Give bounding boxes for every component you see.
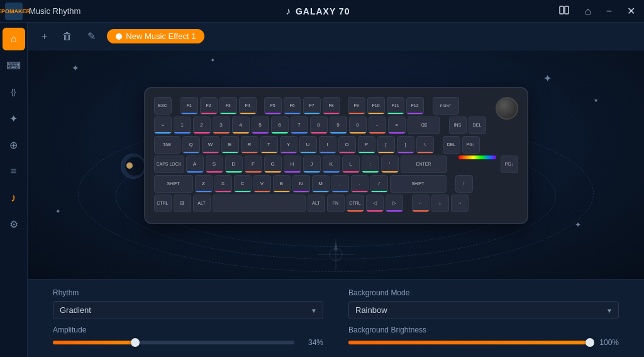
sidebar-item-settings[interactable]: ⚙ (3, 213, 25, 235)
key-3[interactable]: 3 (213, 116, 230, 134)
key-delete2[interactable]: DEL (469, 116, 486, 134)
key-x[interactable]: X (214, 175, 232, 193)
key-m[interactable]: M (312, 175, 330, 193)
key-tab[interactable]: TAB (154, 136, 180, 154)
key-t[interactable]: T (260, 136, 278, 154)
sidebar-item-music[interactable]: ♪ (3, 186, 25, 209)
key-o[interactable]: O (338, 136, 356, 154)
key-c[interactable]: C (234, 175, 252, 193)
key-f4[interactable]: F4 (239, 97, 257, 115)
key-9[interactable]: 9 (330, 116, 347, 134)
key-rbracket[interactable]: ] (397, 136, 414, 154)
key-right[interactable]: → (451, 195, 469, 212)
sidebar-item-keyboard[interactable]: ⌨ (3, 54, 25, 77)
key-y[interactable]: Y (280, 136, 297, 154)
key-lbracket[interactable]: [ (377, 136, 395, 154)
edit-effect-button[interactable]: ✎ (84, 28, 99, 45)
key-w[interactable]: W (202, 136, 219, 154)
key-f5[interactable]: F5 (264, 97, 282, 115)
close-button[interactable]: ✕ (623, 4, 639, 18)
sidebar-item-home[interactable]: ⌂ (3, 28, 25, 50)
key-extra2[interactable]: ▷ (386, 195, 403, 212)
key-f10[interactable]: F10 (367, 97, 385, 115)
effect-pill[interactable]: New Music Effect 1 (107, 29, 204, 43)
key-i[interactable]: I (319, 136, 336, 154)
key-6[interactable]: 6 (271, 116, 289, 134)
key-space[interactable] (213, 195, 306, 212)
key-p[interactable]: P (358, 136, 375, 154)
key-s[interactable]: S (206, 156, 223, 173)
key-period[interactable]: . (351, 175, 369, 193)
key-up[interactable]: ↑ (455, 175, 473, 193)
delete-effect-button[interactable]: 🗑 (58, 28, 76, 45)
key-f2[interactable]: F2 (200, 97, 218, 115)
key-slash[interactable]: / (370, 175, 388, 193)
key-k[interactable]: K (323, 156, 340, 173)
key-u[interactable]: U (299, 136, 317, 154)
key-f11[interactable]: F11 (387, 97, 404, 115)
key-backspace[interactable]: ⌫ (408, 116, 440, 134)
key-quote[interactable]: ' (381, 156, 399, 173)
key-equal[interactable]: = (388, 116, 406, 134)
key-pagedown[interactable]: PG↓ (501, 156, 518, 173)
key-lshift[interactable]: SHIFT (154, 175, 193, 193)
key-rshift[interactable]: SHIFT (390, 175, 447, 193)
key-pageup[interactable]: PG↑ (462, 136, 480, 154)
sidebar-item-globe[interactable]: ⊕ (3, 133, 25, 156)
key-e[interactable]: E (221, 136, 239, 154)
key-f8[interactable]: F8 (323, 97, 340, 115)
key-ralt[interactable]: ALT (308, 195, 325, 212)
key-r[interactable]: R (241, 136, 258, 154)
key-esc[interactable]: ESC (154, 97, 172, 115)
brightness-slider-thumb[interactable] (586, 338, 594, 347)
background-mode-dropdown[interactable]: Rainbow (348, 301, 619, 319)
key-f[interactable]: F (245, 156, 262, 173)
key-print[interactable]: PRINT (433, 97, 459, 115)
key-l[interactable]: L (342, 156, 360, 173)
key-q[interactable]: Q (182, 136, 200, 154)
key-b[interactable]: B (273, 175, 291, 193)
key-j[interactable]: J (303, 156, 321, 173)
sidebar-item-lines[interactable]: ≡ (3, 160, 25, 183)
key-4[interactable]: 4 (232, 116, 250, 134)
home-button[interactable]: ⌂ (581, 4, 595, 18)
volume-knob[interactable] (496, 97, 518, 120)
key-f1[interactable]: F1 (180, 97, 198, 115)
sidebar-item-macro[interactable]: {} (3, 81, 25, 103)
rhythm-dropdown[interactable]: Gradient (53, 301, 323, 319)
key-8[interactable]: 8 (310, 116, 328, 134)
key-h[interactable]: H (284, 156, 301, 173)
key-1[interactable]: 1 (174, 116, 191, 134)
minimize-button[interactable]: − (602, 4, 616, 18)
amplitude-slider-thumb[interactable] (131, 338, 140, 347)
key-d[interactable]: D (225, 156, 243, 173)
key-a[interactable]: A (186, 156, 204, 173)
customize-button[interactable] (555, 3, 574, 20)
key-0[interactable]: 0 (349, 116, 367, 134)
key-fn[interactable]: FN (327, 195, 345, 212)
key-n[interactable]: N (292, 175, 310, 193)
key-f9[interactable]: F9 (348, 97, 365, 115)
key-del[interactable]: DEL (443, 136, 460, 154)
key-left[interactable]: ← (412, 195, 430, 212)
key-comma[interactable]: , (331, 175, 349, 193)
key-tilde[interactable]: ~ (154, 116, 172, 134)
key-minus[interactable]: - (369, 116, 386, 134)
key-z[interactable]: Z (195, 175, 213, 193)
key-backslash[interactable]: \ (416, 136, 434, 154)
key-g[interactable]: G (264, 156, 282, 173)
key-down[interactable]: ↓ (431, 195, 449, 212)
key-2[interactable]: 2 (193, 116, 211, 134)
key-f7[interactable]: F7 (303, 97, 321, 115)
key-insert[interactable]: INS (449, 116, 467, 134)
key-5[interactable]: 5 (252, 116, 269, 134)
add-effect-button[interactable]: + (38, 28, 51, 45)
key-enter[interactable]: ENTER (401, 156, 447, 173)
key-rctrl[interactable]: CTRL (347, 195, 364, 212)
key-7[interactable]: 7 (291, 116, 308, 134)
key-win[interactable]: ⊞ (174, 195, 191, 212)
key-semicolon[interactable]: ; (362, 156, 379, 173)
key-v[interactable]: V (253, 175, 271, 193)
key-capslock[interactable]: CAPS LOCK (154, 156, 184, 173)
key-f6[interactable]: F6 (284, 97, 301, 115)
